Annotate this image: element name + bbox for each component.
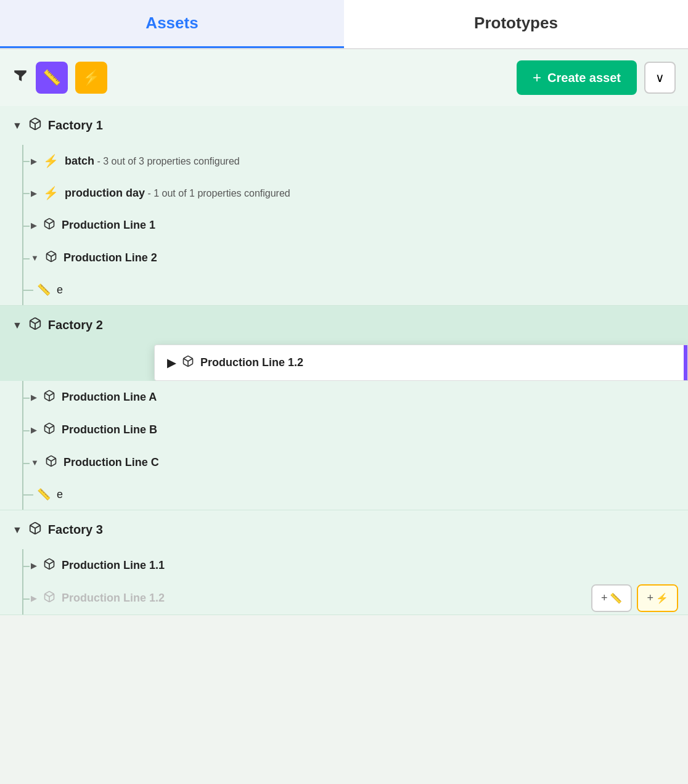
- factory2-children: ▶ Production Line A ▶ Production Line B …: [0, 381, 688, 510]
- plus2-icon: +: [647, 592, 653, 605]
- prod-line-12-box-icon: [43, 590, 55, 606]
- factory2-box-icon: [28, 317, 42, 333]
- create-asset-button[interactable]: + Create asset: [517, 60, 637, 95]
- bottom-actions: + 📏 + ⚡: [591, 584, 688, 612]
- prod-line-2-item[interactable]: ▼ Production Line 2: [0, 242, 688, 274]
- production-day-label: production day - 1 out of 1 properties c…: [65, 187, 290, 200]
- prod-line-2-box-icon: [45, 250, 57, 266]
- prod-line-a-box-icon: [43, 390, 55, 405]
- e2-ruler-icon: 📏: [37, 488, 51, 501]
- batch-lightning-icon: ⚡: [43, 153, 59, 168]
- action-group-2: + ⚡: [637, 584, 678, 612]
- prod-line-a-label: Production Line A: [62, 391, 157, 404]
- add-ruler-button[interactable]: + 📏: [592, 586, 631, 611]
- batch-label: batch - 3 out of 3 properties configured: [65, 155, 240, 168]
- prod-line-11-chevron-icon: ▶: [31, 561, 37, 570]
- prod-line-12-disabled-row: ▶ Production Line 1.2 + 📏: [0, 582, 688, 615]
- prod-line-11-label: Production Line 1.1: [62, 559, 165, 572]
- filter-icon[interactable]: [12, 68, 28, 88]
- prod-line-a-item[interactable]: ▶ Production Line A: [0, 381, 688, 414]
- prod-line-a-chevron-icon: ▶: [31, 393, 37, 402]
- factory3-children: ▶ Production Line 1.1 ▶ Production Line …: [0, 549, 688, 615]
- batch-item[interactable]: ▶ ⚡ batch - 3 out of 3 properties config…: [0, 145, 688, 177]
- production-day-item[interactable]: ▶ ⚡ production day - 1 out of 1 properti…: [0, 177, 688, 209]
- lightning-icon: ⚡: [82, 69, 100, 86]
- e1-label: e: [57, 284, 63, 296]
- lightning-badge[interactable]: ⚡: [75, 62, 107, 94]
- prod-line-1-chevron-icon: ▶: [31, 221, 37, 230]
- prod-line-b-chevron-icon: ▶: [31, 425, 37, 435]
- prod-line-1-label: Production Line 1: [62, 219, 155, 232]
- prod-line-c-box-icon: [45, 455, 57, 470]
- prod-line-1-box-icon: [43, 218, 55, 233]
- plus-icon: +: [601, 592, 608, 605]
- e1-ruler-icon: 📏: [37, 283, 51, 296]
- batch-chevron-icon: ▶: [31, 157, 37, 166]
- prod-line-c-item[interactable]: ▼ Production Line C: [0, 446, 688, 479]
- e2-label: e: [57, 488, 63, 501]
- tab-prototypes[interactable]: Prototypes: [344, 0, 688, 48]
- ruler-badge[interactable]: 📏: [36, 62, 68, 94]
- factory3-chevron-icon: ▼: [12, 525, 22, 536]
- factory1-header[interactable]: ▼ Factory 1: [0, 106, 688, 145]
- factory1-children: ▶ ⚡ batch - 3 out of 3 properties config…: [0, 145, 688, 305]
- factory1-label: Factory 1: [48, 118, 103, 133]
- factory3-section: ▼ Factory 3 ▶ Production Line 1.1 ▶: [0, 510, 688, 615]
- factory3-label: Factory 3: [48, 523, 103, 537]
- factory2-chevron-icon: ▼: [12, 320, 22, 331]
- factory1-section: ▼ Factory 1 ▶ ⚡ batch - 3 out of 3 prope…: [0, 106, 688, 306]
- action-group-1: + 📏: [591, 584, 633, 612]
- popup-box-icon: [182, 355, 194, 370]
- prod-line-11-item[interactable]: ▶ Production Line 1.1: [0, 549, 688, 582]
- factory3-header[interactable]: ▼ Factory 3: [0, 510, 688, 549]
- popup-label: Production Line 1.2: [200, 356, 303, 369]
- asset-tree: ▼ Factory 1 ▶ ⚡ batch - 3 out of 3 prope…: [0, 106, 688, 615]
- factory2-section: ▼ Factory 2 ▶ Production Line 1.2 ▶: [0, 306, 688, 510]
- prod-line-12-chevron-icon: ▶: [31, 594, 37, 603]
- ruler-small-icon: 📏: [610, 592, 622, 604]
- prod-line-12-disabled-item[interactable]: ▶ Production Line 1.2: [0, 582, 591, 615]
- tab-assets[interactable]: Assets: [0, 0, 344, 48]
- prod-line-b-box-icon: [43, 422, 55, 438]
- prod-line-2-child-e[interactable]: 📏 e: [0, 274, 688, 305]
- prod-line-2-chevron-icon: ▼: [31, 253, 39, 263]
- factory2-header[interactable]: ▼ Factory 2: [0, 306, 688, 345]
- prod-line-12-popup-container: ▶ Production Line 1.2: [0, 345, 688, 381]
- lightning-small-icon: ⚡: [656, 592, 668, 604]
- prod-line-12-popup[interactable]: ▶ Production Line 1.2: [154, 345, 688, 381]
- production-day-lightning-icon: ⚡: [43, 186, 59, 200]
- factory1-box-icon: [28, 117, 42, 134]
- prod-line-b-item[interactable]: ▶ Production Line B: [0, 414, 688, 446]
- prod-line-2-label: Production Line 2: [63, 251, 157, 264]
- prod-line-c-label: Production Line C: [63, 456, 159, 469]
- toolbar: 📏 ⚡ + Create asset ∨: [0, 49, 688, 106]
- production-day-chevron-icon: ▶: [31, 189, 37, 198]
- factory2-label: Factory 2: [48, 318, 103, 332]
- prod-line-12-label: Production Line 1.2: [62, 592, 165, 605]
- factory3-box-icon: [28, 521, 42, 538]
- create-asset-dropdown[interactable]: ∨: [644, 62, 676, 94]
- ruler-icon: 📏: [43, 69, 61, 86]
- prod-line-11-box-icon: [43, 558, 55, 573]
- prod-line-c-child-e[interactable]: 📏 e: [0, 479, 688, 510]
- popup-chevron-icon: ▶: [167, 356, 176, 370]
- chevron-down-icon: ∨: [655, 70, 665, 85]
- prod-line-1-item[interactable]: ▶ Production Line 1: [0, 209, 688, 242]
- factory1-chevron-icon: ▼: [12, 120, 22, 131]
- prod-line-c-chevron-icon: ▼: [31, 458, 39, 467]
- add-lightning-button[interactable]: + ⚡: [638, 586, 677, 611]
- prod-line-b-label: Production Line B: [62, 423, 157, 436]
- tab-bar: Assets Prototypes: [0, 0, 688, 49]
